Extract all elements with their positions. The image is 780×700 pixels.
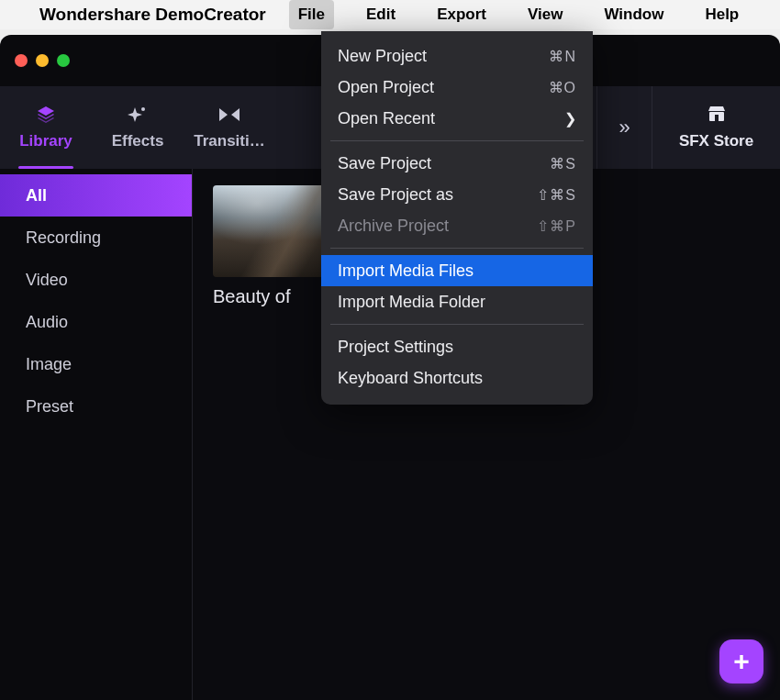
sparkle-icon	[128, 105, 148, 125]
menu-archive-project: Archive Project ⇧⌘P	[321, 210, 593, 241]
sidebar-item-video[interactable]: Video	[0, 259, 192, 301]
menu-item-shortcut: ⌘O	[549, 79, 576, 96]
app-name: Wondershare DemoCreator	[39, 5, 266, 25]
window-maximize-icon[interactable]	[57, 54, 70, 67]
menu-open-recent[interactable]: Open Recent ❯	[321, 103, 593, 134]
menu-edit[interactable]: Edit	[357, 0, 405, 29]
window-close-icon[interactable]	[15, 54, 28, 67]
menu-item-label: Keyboard Shortcuts	[338, 369, 483, 388]
menu-new-project[interactable]: New Project ⌘N	[321, 40, 593, 72]
svg-rect-2	[715, 115, 719, 121]
bowtie-icon	[218, 105, 240, 125]
menu-item-shortcut: ⌘N	[549, 48, 576, 65]
window-minimize-icon[interactable]	[36, 54, 49, 67]
menu-item-label: Save Project	[338, 154, 431, 173]
menu-item-label: Open Project	[338, 78, 434, 97]
more-icon: »	[618, 116, 630, 139]
menu-separator	[330, 140, 584, 141]
menu-project-settings[interactable]: Project Settings	[321, 331, 593, 362]
sidebar-item-audio[interactable]: Audio	[0, 301, 192, 343]
library-sidebar: All Recording Video Audio Image Preset	[0, 169, 193, 700]
tab-library[interactable]: Library	[0, 86, 92, 169]
menu-window[interactable]: Window	[595, 0, 673, 29]
file-menu-dropdown: New Project ⌘N Open Project ⌘O Open Rece…	[321, 31, 593, 405]
tab-label: Transiti…	[194, 132, 264, 150]
menu-separator	[330, 324, 584, 325]
svg-point-0	[141, 107, 145, 111]
menu-view[interactable]: View	[518, 0, 572, 29]
menu-import-media-files[interactable]: Import Media Files	[321, 255, 593, 286]
add-media-fab[interactable]: +	[719, 639, 763, 683]
tab-effects[interactable]: Effects	[92, 86, 184, 169]
mac-menubar: Wondershare DemoCreator File Edit Export…	[0, 0, 780, 29]
sidebar-item-preset[interactable]: Preset	[0, 385, 192, 428]
menu-item-label: Project Settings	[338, 338, 453, 357]
menu-keyboard-shortcuts[interactable]: Keyboard Shortcuts	[321, 362, 593, 394]
toolbar-more-button[interactable]: »	[596, 86, 652, 169]
menu-item-label: Open Recent	[338, 109, 435, 128]
menu-save-project[interactable]: Save Project ⌘S	[321, 148, 593, 179]
menu-item-label: New Project	[338, 47, 427, 66]
tab-transitions[interactable]: Transiti…	[184, 86, 275, 169]
menu-export[interactable]: Export	[428, 0, 496, 29]
menu-open-project[interactable]: Open Project ⌘O	[321, 72, 593, 103]
menu-help[interactable]: Help	[696, 0, 748, 29]
menu-file[interactable]: File	[289, 0, 334, 29]
tab-label: Effects	[112, 132, 164, 150]
menu-import-media-folder[interactable]: Import Media Folder	[321, 286, 593, 317]
menu-separator	[330, 248, 584, 249]
layers-icon	[36, 105, 56, 125]
plus-icon: +	[733, 646, 750, 677]
menu-item-shortcut: ⇧⌘P	[537, 217, 576, 235]
menu-item-shortcut: ⌘S	[550, 155, 576, 172]
menu-item-label: Import Media Folder	[338, 293, 485, 312]
menu-save-project-as[interactable]: Save Project as ⇧⌘S	[321, 179, 593, 210]
menu-item-label: Save Project as	[338, 185, 453, 205]
menu-item-label: Import Media Files	[338, 261, 474, 281]
store-icon	[707, 106, 727, 127]
tab-label: Library	[19, 132, 72, 150]
sidebar-item-all[interactable]: All	[0, 174, 192, 217]
sidebar-item-image[interactable]: Image	[0, 343, 192, 385]
menu-item-shortcut: ⇧⌘S	[537, 186, 576, 204]
sidebar-item-recording[interactable]: Recording	[0, 217, 192, 259]
tab-sfx-store[interactable]: SFX Store	[652, 86, 780, 169]
tab-label: SFX Store	[679, 132, 753, 150]
chevron-right-icon: ❯	[564, 110, 576, 128]
menu-item-label: Archive Project	[338, 217, 449, 236]
